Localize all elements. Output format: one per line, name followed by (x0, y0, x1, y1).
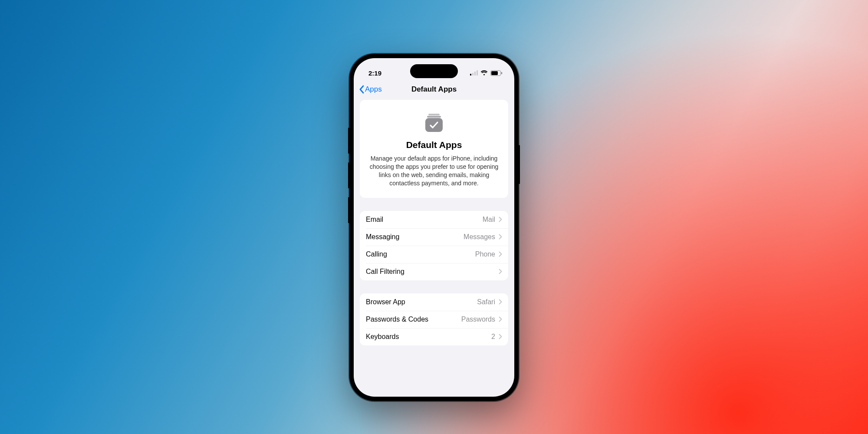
content-scroll[interactable]: Default Apps Manage your default apps fo… (354, 100, 514, 397)
svg-rect-6 (501, 72, 502, 74)
chevron-right-icon (499, 217, 502, 222)
iphone-screen: 2:19 App (354, 58, 514, 397)
svg-rect-9 (425, 118, 443, 132)
row-email[interactable]: Email Mail (360, 211, 508, 228)
row-passwords[interactable]: Passwords & Codes Passwords (360, 311, 508, 328)
svg-rect-5 (491, 71, 498, 75)
row-label: Keyboards (366, 333, 491, 341)
row-messaging[interactable]: Messaging Messages (360, 228, 508, 246)
chevron-right-icon (499, 316, 502, 322)
row-label: Browser App (366, 298, 477, 306)
chevron-right-icon (499, 334, 502, 339)
row-calling[interactable]: Calling Phone (360, 246, 508, 263)
chevron-right-icon (499, 299, 502, 305)
chevron-left-icon (359, 85, 364, 94)
row-label: Call Filtering (366, 268, 495, 276)
hero-title: Default Apps (368, 140, 500, 150)
row-value: Passwords (461, 316, 495, 323)
chevron-right-icon (499, 251, 502, 257)
wifi-icon (480, 70, 488, 76)
battery-icon (490, 70, 502, 76)
row-label: Messaging (366, 233, 464, 241)
dynamic-island (410, 64, 458, 78)
status-time: 2:19 (368, 69, 381, 77)
svg-rect-7 (428, 114, 440, 115)
cellular-icon (470, 70, 478, 76)
row-call-filtering[interactable]: Call Filtering (360, 263, 508, 280)
row-label: Calling (366, 250, 475, 258)
settings-group-communication: Email Mail Messaging Messages Calling Ph… (360, 211, 508, 280)
chevron-right-icon (499, 234, 502, 240)
chevron-right-icon (499, 269, 502, 274)
back-button[interactable]: Apps (359, 85, 382, 94)
svg-rect-2 (474, 72, 476, 76)
row-value: Phone (475, 250, 495, 258)
svg-rect-1 (472, 73, 473, 76)
row-value: Safari (477, 298, 495, 306)
hero-card: Default Apps Manage your default apps fo… (360, 100, 508, 198)
wallpaper-background: 2:19 App (0, 0, 868, 434)
row-label: Passwords & Codes (366, 316, 461, 323)
row-browser[interactable]: Browser App Safari (360, 293, 508, 311)
svg-rect-0 (470, 74, 471, 76)
settings-group-system: Browser App Safari Passwords & Codes Pas… (360, 293, 508, 345)
row-value: Mail (483, 216, 495, 224)
row-value: 2 (491, 333, 495, 341)
row-keyboards[interactable]: Keyboards 2 (360, 328, 508, 345)
svg-rect-3 (477, 70, 478, 76)
row-label: Email (366, 216, 483, 224)
row-value: Messages (464, 233, 495, 241)
back-label: Apps (365, 85, 382, 94)
svg-rect-8 (427, 116, 441, 118)
hero-subtitle: Manage your default apps for iPhone, inc… (368, 155, 500, 187)
default-apps-hero-icon (423, 112, 445, 134)
iphone-frame: 2:19 App (349, 54, 519, 401)
